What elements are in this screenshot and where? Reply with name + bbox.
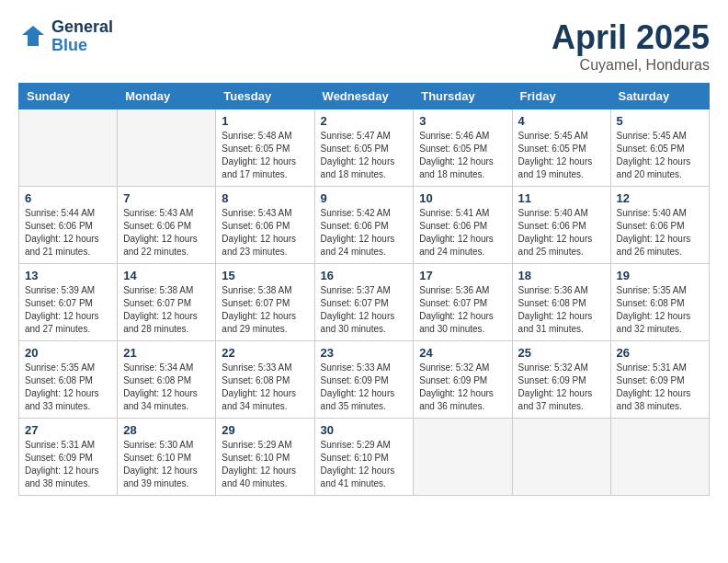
day-info: Sunrise: 5:34 AM Sunset: 6:08 PM Dayligh…	[123, 362, 210, 413]
day-info: Sunrise: 5:44 AM Sunset: 6:06 PM Dayligh…	[25, 207, 111, 259]
calendar-cell: 11Sunrise: 5:40 AM Sunset: 6:06 PM Dayli…	[512, 187, 610, 264]
calendar-cell: 20Sunrise: 5:35 AM Sunset: 6:08 PM Dayli…	[19, 341, 118, 419]
day-info: Sunrise: 5:38 AM Sunset: 6:07 PM Dayligh…	[123, 284, 210, 336]
weekday-header-sunday: Sunday	[19, 84, 118, 109]
location-title: Cuyamel, Honduras	[552, 57, 710, 74]
calendar-cell	[118, 109, 216, 187]
day-number: 13	[25, 269, 111, 282]
logo-text: General Blue	[51, 18, 113, 55]
calendar-cell: 8Sunrise: 5:43 AM Sunset: 6:06 PM Daylig…	[216, 187, 314, 264]
weekday-header-friday: Friday	[512, 84, 610, 109]
calendar-cell: 30Sunrise: 5:29 AM Sunset: 6:10 PM Dayli…	[314, 419, 414, 496]
day-number: 9	[321, 191, 408, 205]
week-row-4: 20Sunrise: 5:35 AM Sunset: 6:08 PM Dayli…	[19, 341, 710, 419]
day-info: Sunrise: 5:30 AM Sunset: 6:10 PM Dayligh…	[123, 439, 210, 490]
calendar-cell: 3Sunrise: 5:46 AM Sunset: 6:05 PM Daylig…	[414, 109, 512, 187]
calendar-cell: 2Sunrise: 5:47 AM Sunset: 6:05 PM Daylig…	[314, 109, 414, 187]
day-number: 27	[25, 423, 111, 437]
calendar-cell: 4Sunrise: 5:45 AM Sunset: 6:05 PM Daylig…	[512, 109, 610, 187]
calendar-cell: 24Sunrise: 5:32 AM Sunset: 6:09 PM Dayli…	[414, 341, 512, 419]
day-info: Sunrise: 5:40 AM Sunset: 6:06 PM Dayligh…	[518, 207, 605, 259]
day-info: Sunrise: 5:33 AM Sunset: 6:09 PM Dayligh…	[321, 362, 408, 413]
day-number: 4	[518, 114, 605, 128]
day-number: 26	[617, 346, 703, 360]
day-info: Sunrise: 5:31 AM Sunset: 6:09 PM Dayligh…	[25, 439, 111, 490]
weekday-header-tuesday: Tuesday	[216, 84, 314, 109]
day-number: 11	[518, 191, 605, 205]
calendar-cell: 9Sunrise: 5:42 AM Sunset: 6:06 PM Daylig…	[314, 187, 414, 264]
weekday-header-saturday: Saturday	[610, 84, 709, 109]
day-number: 24	[419, 346, 506, 360]
day-number: 18	[518, 269, 605, 282]
day-info: Sunrise: 5:32 AM Sunset: 6:09 PM Dayligh…	[518, 362, 605, 413]
calendar-cell	[512, 419, 610, 496]
month-title: April 2025	[552, 18, 710, 57]
calendar-cell: 16Sunrise: 5:37 AM Sunset: 6:07 PM Dayli…	[314, 264, 414, 341]
calendar-cell: 17Sunrise: 5:36 AM Sunset: 6:07 PM Dayli…	[414, 264, 512, 341]
week-row-2: 6Sunrise: 5:44 AM Sunset: 6:06 PM Daylig…	[19, 187, 710, 264]
calendar-cell: 26Sunrise: 5:31 AM Sunset: 6:09 PM Dayli…	[610, 341, 709, 419]
day-info: Sunrise: 5:31 AM Sunset: 6:09 PM Dayligh…	[617, 362, 703, 413]
day-info: Sunrise: 5:45 AM Sunset: 6:05 PM Dayligh…	[518, 130, 605, 181]
day-info: Sunrise: 5:29 AM Sunset: 6:10 PM Dayligh…	[321, 439, 408, 490]
calendar-cell: 6Sunrise: 5:44 AM Sunset: 6:06 PM Daylig…	[19, 187, 118, 264]
calendar-cell: 13Sunrise: 5:39 AM Sunset: 6:07 PM Dayli…	[19, 264, 118, 341]
day-info: Sunrise: 5:48 AM Sunset: 6:05 PM Dayligh…	[222, 130, 308, 181]
day-number: 16	[321, 269, 408, 282]
weekday-header-monday: Monday	[118, 84, 216, 109]
day-info: Sunrise: 5:29 AM Sunset: 6:10 PM Dayligh…	[222, 439, 308, 490]
calendar-cell: 12Sunrise: 5:40 AM Sunset: 6:06 PM Dayli…	[610, 187, 709, 264]
calendar-cell: 5Sunrise: 5:45 AM Sunset: 6:05 PM Daylig…	[610, 109, 709, 187]
page-header: General Blue April 2025 Cuyamel, Hondura…	[18, 18, 710, 74]
day-number: 8	[222, 191, 308, 205]
calendar-cell: 10Sunrise: 5:41 AM Sunset: 6:06 PM Dayli…	[414, 187, 512, 264]
calendar-cell: 22Sunrise: 5:33 AM Sunset: 6:08 PM Dayli…	[216, 341, 314, 419]
calendar-cell: 23Sunrise: 5:33 AM Sunset: 6:09 PM Dayli…	[314, 341, 414, 419]
day-info: Sunrise: 5:37 AM Sunset: 6:07 PM Dayligh…	[321, 284, 408, 336]
week-row-3: 13Sunrise: 5:39 AM Sunset: 6:07 PM Dayli…	[19, 264, 710, 341]
day-info: Sunrise: 5:41 AM Sunset: 6:06 PM Dayligh…	[419, 207, 506, 259]
logo-icon	[18, 22, 48, 52]
calendar-cell: 25Sunrise: 5:32 AM Sunset: 6:09 PM Dayli…	[512, 341, 610, 419]
day-number: 19	[617, 269, 703, 282]
calendar-cell: 27Sunrise: 5:31 AM Sunset: 6:09 PM Dayli…	[19, 419, 118, 496]
day-info: Sunrise: 5:45 AM Sunset: 6:05 PM Dayligh…	[617, 130, 703, 181]
logo-blue: Blue	[51, 37, 113, 55]
calendar-cell: 15Sunrise: 5:38 AM Sunset: 6:07 PM Dayli…	[216, 264, 314, 341]
weekday-header-thursday: Thursday	[414, 84, 512, 109]
day-number: 2	[321, 114, 408, 128]
day-info: Sunrise: 5:42 AM Sunset: 6:06 PM Dayligh…	[321, 207, 408, 259]
day-info: Sunrise: 5:43 AM Sunset: 6:06 PM Dayligh…	[222, 207, 308, 259]
calendar-cell: 14Sunrise: 5:38 AM Sunset: 6:07 PM Dayli…	[118, 264, 216, 341]
day-info: Sunrise: 5:35 AM Sunset: 6:08 PM Dayligh…	[25, 362, 111, 413]
day-number: 15	[222, 269, 308, 282]
day-number: 29	[222, 423, 308, 437]
day-info: Sunrise: 5:33 AM Sunset: 6:08 PM Dayligh…	[222, 362, 308, 413]
day-info: Sunrise: 5:36 AM Sunset: 6:07 PM Dayligh…	[419, 284, 506, 336]
day-number: 23	[321, 346, 408, 360]
day-info: Sunrise: 5:43 AM Sunset: 6:06 PM Dayligh…	[123, 207, 210, 259]
week-row-5: 27Sunrise: 5:31 AM Sunset: 6:09 PM Dayli…	[19, 419, 710, 496]
day-info: Sunrise: 5:38 AM Sunset: 6:07 PM Dayligh…	[222, 284, 308, 336]
calendar-cell: 7Sunrise: 5:43 AM Sunset: 6:06 PM Daylig…	[118, 187, 216, 264]
weekday-header-wednesday: Wednesday	[314, 84, 414, 109]
logo: General Blue	[18, 18, 113, 55]
calendar: SundayMondayTuesdayWednesdayThursdayFrid…	[18, 83, 710, 496]
calendar-cell: 29Sunrise: 5:29 AM Sunset: 6:10 PM Dayli…	[216, 419, 314, 496]
day-info: Sunrise: 5:39 AM Sunset: 6:07 PM Dayligh…	[25, 284, 111, 336]
week-row-1: 1Sunrise: 5:48 AM Sunset: 6:05 PM Daylig…	[19, 109, 710, 187]
calendar-cell: 1Sunrise: 5:48 AM Sunset: 6:05 PM Daylig…	[216, 109, 314, 187]
calendar-cell: 28Sunrise: 5:30 AM Sunset: 6:10 PM Dayli…	[118, 419, 216, 496]
day-number: 17	[419, 269, 506, 282]
day-number: 28	[123, 423, 210, 437]
calendar-cell	[414, 419, 512, 496]
calendar-cell: 21Sunrise: 5:34 AM Sunset: 6:08 PM Dayli…	[118, 341, 216, 419]
day-info: Sunrise: 5:36 AM Sunset: 6:08 PM Dayligh…	[518, 284, 605, 336]
day-number: 14	[123, 269, 210, 282]
day-number: 30	[321, 423, 408, 437]
day-info: Sunrise: 5:46 AM Sunset: 6:05 PM Dayligh…	[419, 130, 506, 181]
day-number: 22	[222, 346, 308, 360]
calendar-cell: 19Sunrise: 5:35 AM Sunset: 6:08 PM Dayli…	[610, 264, 709, 341]
day-number: 1	[222, 114, 308, 128]
day-number: 10	[419, 191, 506, 205]
